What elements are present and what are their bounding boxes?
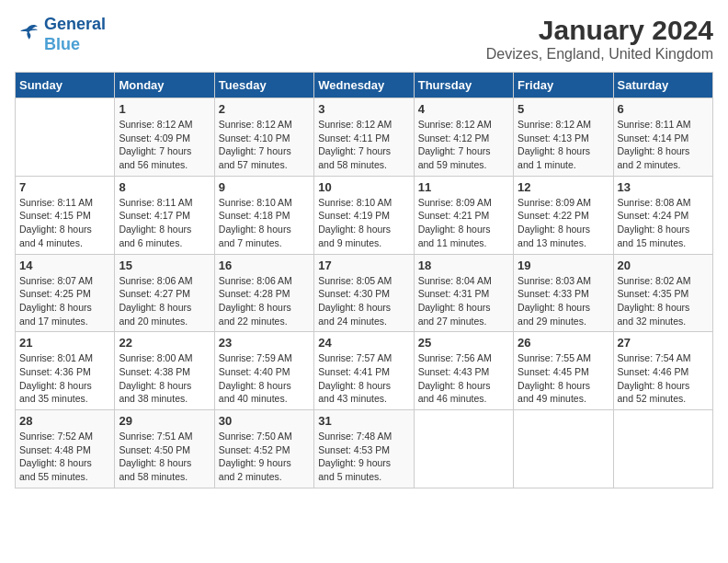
cell-info: Sunrise: 8:06 AMSunset: 4:27 PMDaylight:… <box>119 274 210 328</box>
cell-date: 9 <box>219 180 310 194</box>
cell-info: Sunrise: 8:01 AMSunset: 4:36 PMDaylight:… <box>19 351 110 406</box>
day-header-wednesday: Wednesday <box>314 73 414 98</box>
calendar-cell: 23Sunrise: 7:59 AMSunset: 4:40 PMDayligh… <box>214 332 313 410</box>
calendar-cell: 28Sunrise: 7:52 AMSunset: 4:48 PMDayligh… <box>16 410 115 488</box>
calendar-cell: 16Sunrise: 8:06 AMSunset: 4:28 PMDayligh… <box>214 254 313 332</box>
cell-info: Sunrise: 7:55 AMSunset: 4:45 PMDaylight:… <box>518 351 609 406</box>
cell-info: Sunrise: 8:11 AMSunset: 4:17 PMDaylight:… <box>119 196 210 250</box>
cell-date: 25 <box>418 336 509 350</box>
cell-date: 14 <box>19 259 110 272</box>
cell-info: Sunrise: 8:06 AMSunset: 4:28 PMDaylight:… <box>219 274 310 328</box>
calendar-cell: 17Sunrise: 8:05 AMSunset: 4:30 PMDayligh… <box>314 254 414 332</box>
cell-date: 27 <box>618 336 709 350</box>
calendar-cell: 26Sunrise: 7:55 AMSunset: 4:45 PMDayligh… <box>514 332 613 410</box>
calendar-cell <box>514 410 613 488</box>
cell-date: 28 <box>19 414 110 428</box>
calendar-cell: 9Sunrise: 8:10 AMSunset: 4:18 PMDaylight… <box>214 176 313 254</box>
week-row-2: 7Sunrise: 8:11 AMSunset: 4:15 PMDaylight… <box>16 176 713 254</box>
cell-date: 20 <box>618 259 709 272</box>
cell-date: 10 <box>318 180 409 194</box>
day-header-sunday: Sunday <box>16 73 115 98</box>
cell-date: 22 <box>119 336 210 350</box>
calendar-cell: 14Sunrise: 8:07 AMSunset: 4:25 PMDayligh… <box>16 254 115 332</box>
cell-date: 24 <box>318 336 409 350</box>
calendar-header-row: SundayMondayTuesdayWednesdayThursdayFrid… <box>16 73 713 98</box>
cell-date: 11 <box>418 180 509 194</box>
cell-date: 18 <box>418 259 509 272</box>
cell-date: 8 <box>119 180 210 194</box>
calendar-cell <box>613 410 712 488</box>
calendar-cell: 15Sunrise: 8:06 AMSunset: 4:27 PMDayligh… <box>115 254 214 332</box>
calendar-cell: 24Sunrise: 7:57 AMSunset: 4:41 PMDayligh… <box>314 332 414 410</box>
cell-info: Sunrise: 8:09 AMSunset: 4:22 PMDaylight:… <box>518 196 609 250</box>
cell-info: Sunrise: 8:12 AMSunset: 4:12 PMDaylight:… <box>418 118 509 172</box>
calendar-cell: 5Sunrise: 8:12 AMSunset: 4:13 PMDaylight… <box>514 98 613 177</box>
cell-info: Sunrise: 8:12 AMSunset: 4:09 PMDaylight:… <box>119 118 210 172</box>
cell-info: Sunrise: 8:04 AMSunset: 4:31 PMDaylight:… <box>418 274 509 328</box>
calendar-cell: 21Sunrise: 8:01 AMSunset: 4:36 PMDayligh… <box>16 332 115 410</box>
day-header-tuesday: Tuesday <box>214 73 313 98</box>
cell-info: Sunrise: 7:56 AMSunset: 4:43 PMDaylight:… <box>418 351 509 406</box>
cell-info: Sunrise: 8:05 AMSunset: 4:30 PMDaylight:… <box>318 274 409 328</box>
cell-info: Sunrise: 8:11 AMSunset: 4:14 PMDaylight:… <box>618 118 709 172</box>
page-header: General Blue January 2024 Devizes, Engla… <box>15 15 713 63</box>
cell-info: Sunrise: 8:10 AMSunset: 4:19 PMDaylight:… <box>318 196 409 250</box>
calendar-cell: 30Sunrise: 7:50 AMSunset: 4:52 PMDayligh… <box>214 410 313 488</box>
week-row-4: 21Sunrise: 8:01 AMSunset: 4:36 PMDayligh… <box>16 332 713 410</box>
calendar-cell: 10Sunrise: 8:10 AMSunset: 4:19 PMDayligh… <box>314 176 414 254</box>
cell-info: Sunrise: 8:02 AMSunset: 4:35 PMDaylight:… <box>618 274 709 328</box>
cell-info: Sunrise: 7:59 AMSunset: 4:40 PMDaylight:… <box>219 351 310 406</box>
calendar-cell: 11Sunrise: 8:09 AMSunset: 4:21 PMDayligh… <box>414 176 513 254</box>
cell-date: 7 <box>19 180 110 194</box>
logo-text: General Blue <box>44 15 106 54</box>
day-header-thursday: Thursday <box>414 73 513 98</box>
week-row-5: 28Sunrise: 7:52 AMSunset: 4:48 PMDayligh… <box>16 410 713 488</box>
calendar-cell <box>16 98 115 177</box>
cell-info: Sunrise: 7:48 AMSunset: 4:53 PMDaylight:… <box>318 430 409 484</box>
calendar-subtitle: Devizes, England, United Kingdom <box>486 46 713 63</box>
cell-date: 29 <box>119 414 210 428</box>
cell-info: Sunrise: 8:11 AMSunset: 4:15 PMDaylight:… <box>19 196 110 250</box>
calendar-cell: 2Sunrise: 8:12 AMSunset: 4:10 PMDaylight… <box>214 98 313 177</box>
cell-date: 26 <box>518 336 609 350</box>
calendar-table: SundayMondayTuesdayWednesdayThursdayFrid… <box>15 72 713 488</box>
cell-info: Sunrise: 7:50 AMSunset: 4:52 PMDaylight:… <box>219 430 310 484</box>
cell-date: 19 <box>518 259 609 272</box>
cell-date: 16 <box>219 259 310 272</box>
cell-date: 12 <box>518 180 609 194</box>
calendar-cell: 22Sunrise: 8:00 AMSunset: 4:38 PMDayligh… <box>115 332 214 410</box>
cell-info: Sunrise: 8:09 AMSunset: 4:21 PMDaylight:… <box>418 196 509 250</box>
calendar-cell: 7Sunrise: 8:11 AMSunset: 4:15 PMDaylight… <box>16 176 115 254</box>
cell-info: Sunrise: 8:12 AMSunset: 4:10 PMDaylight:… <box>219 118 310 172</box>
cell-info: Sunrise: 8:00 AMSunset: 4:38 PMDaylight:… <box>119 351 210 406</box>
calendar-cell: 29Sunrise: 7:51 AMSunset: 4:50 PMDayligh… <box>115 410 214 488</box>
cell-info: Sunrise: 7:54 AMSunset: 4:46 PMDaylight:… <box>618 351 709 406</box>
day-header-friday: Friday <box>514 73 613 98</box>
calendar-cell: 4Sunrise: 8:12 AMSunset: 4:12 PMDaylight… <box>414 98 513 177</box>
cell-info: Sunrise: 7:57 AMSunset: 4:41 PMDaylight:… <box>318 351 409 406</box>
calendar-cell: 12Sunrise: 8:09 AMSunset: 4:22 PMDayligh… <box>514 176 613 254</box>
cell-info: Sunrise: 8:07 AMSunset: 4:25 PMDaylight:… <box>19 274 110 328</box>
logo: General Blue <box>15 15 106 54</box>
cell-info: Sunrise: 8:10 AMSunset: 4:18 PMDaylight:… <box>219 196 310 250</box>
day-header-monday: Monday <box>115 73 214 98</box>
cell-date: 15 <box>119 259 210 272</box>
calendar-cell: 27Sunrise: 7:54 AMSunset: 4:46 PMDayligh… <box>613 332 712 410</box>
day-header-saturday: Saturday <box>613 73 712 98</box>
calendar-cell: 13Sunrise: 8:08 AMSunset: 4:24 PMDayligh… <box>613 176 712 254</box>
cell-date: 30 <box>219 414 310 428</box>
calendar-cell <box>414 410 513 488</box>
calendar-cell: 25Sunrise: 7:56 AMSunset: 4:43 PMDayligh… <box>414 332 513 410</box>
cell-date: 4 <box>418 102 509 116</box>
calendar-cell: 20Sunrise: 8:02 AMSunset: 4:35 PMDayligh… <box>613 254 712 332</box>
cell-date: 23 <box>219 336 310 350</box>
cell-date: 3 <box>318 102 409 116</box>
cell-date: 21 <box>19 336 110 350</box>
cell-info: Sunrise: 8:12 AMSunset: 4:13 PMDaylight:… <box>518 118 609 172</box>
calendar-cell: 1Sunrise: 8:12 AMSunset: 4:09 PMDaylight… <box>115 98 214 177</box>
cell-date: 31 <box>318 414 409 428</box>
cell-info: Sunrise: 7:52 AMSunset: 4:48 PMDaylight:… <box>19 430 110 484</box>
calendar-cell: 18Sunrise: 8:04 AMSunset: 4:31 PMDayligh… <box>414 254 513 332</box>
week-row-1: 1Sunrise: 8:12 AMSunset: 4:09 PMDaylight… <box>16 98 713 177</box>
cell-info: Sunrise: 8:08 AMSunset: 4:24 PMDaylight:… <box>618 196 709 250</box>
